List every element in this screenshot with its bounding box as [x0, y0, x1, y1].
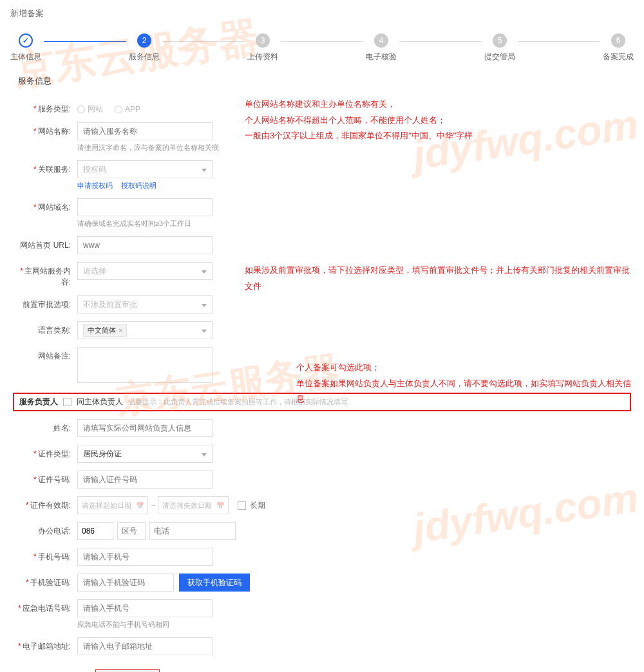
- domain-hint: 请确保域名完成实名时间≥3个工作日: [77, 219, 213, 229]
- phone-number-input[interactable]: [149, 522, 236, 540]
- chevron-down-icon: [198, 165, 207, 174]
- phone-area-input[interactable]: [117, 522, 146, 540]
- site-name-note: 单位网站名称建议和主办单位名称有关， 个人网站名称不得超出个人范畴，不能使用个人…: [245, 97, 605, 144]
- apply-auth-link[interactable]: 申请授权码: [77, 182, 113, 189]
- email-input[interactable]: [77, 637, 213, 655]
- get-verify-code-button[interactable]: 获取手机验证码: [179, 574, 250, 592]
- id-type-select[interactable]: 居民身份证: [77, 445, 213, 463]
- same-as-subject-label: 同主体负责人: [77, 397, 123, 407]
- id-number-input[interactable]: [77, 471, 213, 489]
- same-as-subject-checkbox[interactable]: [63, 398, 71, 406]
- resp-name-input[interactable]: [77, 419, 213, 437]
- site-name-input[interactable]: [77, 122, 213, 140]
- remark-textarea[interactable]: [77, 347, 213, 383]
- close-icon[interactable]: ×: [118, 326, 122, 334]
- step-1: 主体信息: [10, 33, 41, 62]
- section-title: 服务信息: [0, 65, 644, 92]
- calendar-icon: [136, 501, 144, 509]
- service-type-radios[interactable]: 网站 APP: [77, 100, 140, 115]
- id-end-date[interactable]: 请选择失效日期: [158, 496, 229, 514]
- long-term-label: 长期: [250, 500, 265, 511]
- home-url-input[interactable]: [77, 236, 213, 254]
- emergency-phone-input[interactable]: [77, 599, 213, 617]
- page-title: 新增备案: [0, 0, 644, 27]
- step-2: 2服务信息: [129, 33, 160, 62]
- pre-approval-select[interactable]: 不涉及前置审批: [77, 295, 213, 313]
- main-content-select[interactable]: 请选择: [77, 262, 213, 280]
- verify-code-input[interactable]: [77, 574, 174, 592]
- long-term-checkbox[interactable]: [238, 501, 246, 510]
- related-service-select[interactable]: 授权码: [77, 160, 213, 178]
- responsible-note: 个人备案可勾选此项； 单位备案如果网站负责人与主体负责人不同，请不要勾选此项，如…: [296, 360, 631, 407]
- mobile-input[interactable]: [77, 548, 213, 566]
- language-select[interactable]: 中文简体×: [77, 321, 213, 339]
- site-name-hint: 请使用汉字命名，应与备案的单位名称相关联: [77, 143, 219, 153]
- pre-approval-note: 如果涉及前置审批项，请下拉选择对应类型，填写前置审批文件号；并上传有关部门批复的…: [245, 263, 631, 294]
- responsible-title: 服务负责人: [19, 397, 58, 407]
- step-bar: 主体信息 2服务信息 3上传资料 4电子核验 5提交管局 6备案完成: [0, 27, 644, 65]
- chevron-down-icon: [198, 449, 207, 458]
- chevron-down-icon: [198, 266, 207, 275]
- add-service-button[interactable]: 继续添加服务: [95, 669, 160, 672]
- step-3: 3上传资料: [247, 33, 278, 62]
- auth-help-link[interactable]: 授权码说明: [121, 182, 156, 189]
- domain-input[interactable]: [77, 198, 213, 216]
- id-start-date[interactable]: 请选择起始日期: [77, 496, 148, 514]
- emergency-hint: 应急电话不能与手机号码相同: [77, 620, 213, 630]
- calendar-icon: [216, 501, 224, 509]
- step-4: 4电子核验: [366, 33, 397, 62]
- phone-country-input[interactable]: [77, 522, 113, 540]
- chevron-down-icon: [198, 300, 207, 309]
- step-5: 5提交管局: [484, 33, 515, 62]
- chevron-down-icon: [198, 326, 207, 335]
- step-6: 6备案完成: [603, 33, 634, 62]
